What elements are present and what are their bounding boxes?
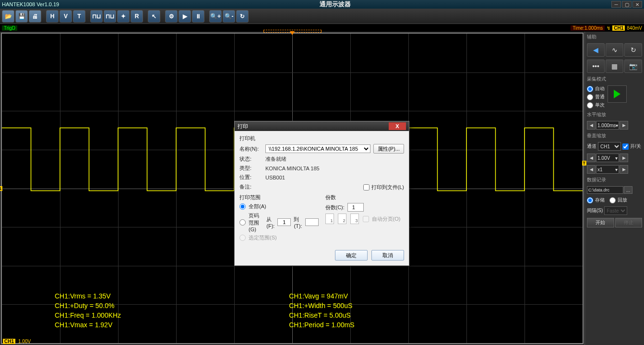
acq-title: 采集模式 [587,76,642,83]
measurements: CH1:Vrms = 1.35V CH1:+Duty = 50.0% CH1:F… [2,292,583,329]
to-input[interactable] [305,218,319,226]
range-all-radio[interactable]: 全部(A) [239,203,319,210]
meas-riset: CH1:RiseT = 5.00uS [289,311,355,319]
hscale-left-button[interactable]: ◀ [587,121,596,130]
dialog-close-button[interactable]: X [389,122,406,130]
minimize-button[interactable]: ─ [611,1,621,8]
app-version: HANTEK1008 Ver1.0.19 [2,1,59,7]
store-radio[interactable]: 存储 [587,197,605,203]
where-label: 位置: [239,174,262,181]
status-label: 状态: [239,155,262,163]
collate-checkbox [363,216,369,222]
print-to-file-checkbox[interactable] [363,184,370,190]
type-value: KONICA MINOLTA 185 [265,166,320,171]
mult-value[interactable]: x1▾ [596,165,619,174]
printer-section-title: 打印机 [239,135,404,142]
log-title: 数据记录 [587,177,642,183]
ok-button[interactable]: 确定 [335,250,368,261]
hscale-title: 水平缩放 [587,111,642,118]
dialog-title: 打印 [238,123,248,130]
v-button[interactable]: V [60,10,72,23]
meas-vmax: CH1:Vmax = 1.92V [55,321,121,329]
onoff-label: 开/关 [630,143,641,150]
range-title: 打印范围 [239,194,319,201]
more-button[interactable]: ••• [587,59,605,73]
trigger-marker-icon[interactable] [290,31,295,35]
dialog-titlebar[interactable]: 打印 X [235,121,409,131]
meas-period: CH1:Period = 1.00mS [289,321,355,329]
vdiv-left-button[interactable]: ◀ [587,154,596,162]
type-label: 类型: [239,165,262,172]
statusbar: TrigD Time:1.000ms ↯ CH1 840mV [0,24,644,32]
zoom-out-button[interactable]: 🔍- [223,10,235,23]
qr-button[interactable]: ▦ [606,59,623,73]
run-button[interactable]: ▶ [179,10,191,23]
collate-label: 自动分页(O) [372,215,401,223]
trigger-icon: ↯ [607,25,610,31]
acq-single-radio[interactable]: 单次 [587,102,605,108]
back-button[interactable]: ◀ [587,43,605,57]
cursor-button[interactable]: ↖ [148,10,160,23]
range-selection-radio: 选定范围(S) [239,234,319,241]
pause-button[interactable]: ⏸ [192,10,204,23]
start-log-button[interactable]: 开始 [587,218,614,227]
titlebar: HANTEK1008 Ver1.0.19 通用示波器 ─ ▢ ✕ [0,0,644,9]
sidebar: 辅助 ◀ ∿ ↻ ••• ▦ 📷 采集模式 自动 普通 单次 水平缩放 ◀ 1.… [584,32,644,345]
print-to-file-label: 打印到文件(L) [371,184,404,191]
save-button[interactable]: 💾 [15,10,28,23]
cancel-button[interactable]: 取消 [371,250,404,261]
acq-normal-radio[interactable]: 普通 [587,94,605,100]
wave-button[interactable]: ∿ [606,43,623,57]
range-pages-radio[interactable]: 页码范围(G) 从(F): 到(T): [239,212,319,232]
footer-vdiv: 1.00V [18,339,31,344]
channel-label: 通道 [587,143,596,150]
vdiv-value[interactable]: 1.00V▾ [596,154,619,162]
vdiv-right-button[interactable]: ▶ [620,154,628,162]
log-path-input[interactable] [587,186,623,194]
copies-input[interactable] [347,203,364,212]
collate-icon: 3 [350,214,359,224]
name-label: 名称(N): [239,145,262,153]
hscale-right-button[interactable]: ▶ [620,121,628,130]
run-acquisition-button[interactable] [608,85,627,103]
cursor1-button[interactable]: ⊓⊔ [90,10,103,23]
hscale-value[interactable]: 1.000ms▾ [596,121,619,130]
math-button[interactable]: ✦ [117,10,130,23]
where-value: USB001 [265,175,285,180]
channel-onoff-checkbox[interactable] [622,143,629,150]
interval-label: 间隔(S) [587,207,603,214]
refresh-button[interactable]: ↻ [624,43,642,57]
copies-title: 份数 [325,194,405,201]
zoom-in-button[interactable]: 🔍+ [209,10,222,23]
collate-icon: 1 [325,214,334,224]
ch1-badge: CH1 [612,25,625,31]
printer-select[interactable]: \\192.168.1.26\KONICA MINOLTA 185 [265,144,370,153]
mult-left-button[interactable]: ◀ [587,165,596,174]
properties-button[interactable]: 属性(P)... [373,144,404,154]
print-button[interactable]: 🖨 [29,10,41,23]
browse-button[interactable]: ... [624,186,632,194]
playback-radio[interactable]: 回放 [609,197,627,203]
open-button[interactable]: 📂 [2,10,14,23]
camera-button[interactable]: 📷 [624,59,642,73]
channel-select[interactable]: CH1 [598,142,621,151]
toolbar: 📂 💾 🖨 H V T ⊓⊔ ⊓⊔ ✦ R ↖ ⚙ ▶ ⏸ 🔍+ 🔍- ↻ [0,9,644,24]
meas-vrms: CH1:Vrms = 1.35V [55,292,121,300]
meas-freq: CH1:Freq = 1.000KHz [55,311,121,319]
acq-auto-radio[interactable]: 自动 [587,85,605,92]
from-input[interactable] [277,218,291,226]
comment-label: 备注: [239,183,262,190]
copies-label: 份数(C): [325,204,345,211]
maximize-button[interactable]: ▢ [622,1,632,8]
interval-select[interactable]: Fastest [604,206,627,215]
cursor2-button[interactable]: ⊓⊔ [104,10,116,23]
timebase-badge: Time:1.000ms [571,25,605,31]
h-button[interactable]: H [46,10,59,23]
reset-zoom-button[interactable]: ↻ [236,10,249,23]
footer-ch-badge: CH1 [3,339,15,344]
mult-right-button[interactable]: ▶ [620,165,628,174]
close-button[interactable]: ✕ [632,1,642,8]
t-button[interactable]: T [73,10,85,23]
auto-button[interactable]: ⚙ [165,10,178,23]
r-button[interactable]: R [131,10,143,23]
